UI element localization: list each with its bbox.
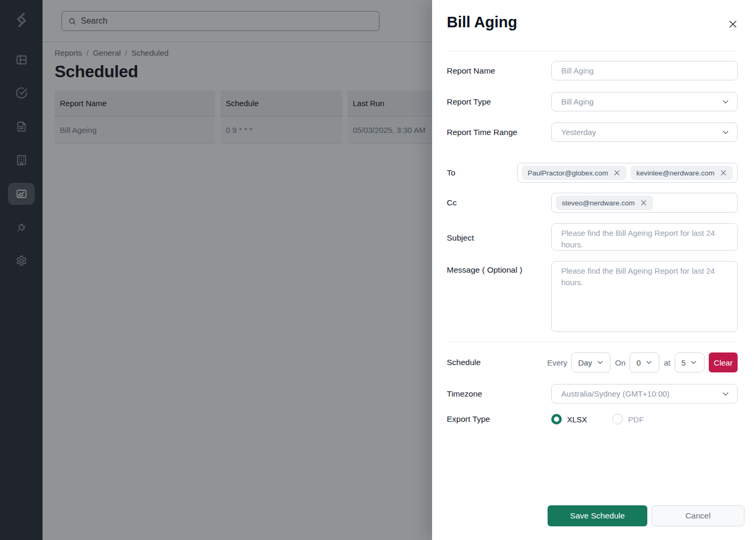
chevron-down-icon (596, 358, 604, 367)
chevron-down-icon (721, 97, 730, 107)
export-type-label: Export Type (447, 414, 551, 424)
remove-recipient-icon[interactable] (613, 169, 621, 176)
message-input[interactable]: Please find the Bill Ageing Report for l… (551, 261, 738, 332)
message-label: Message ( Optional ) (447, 261, 551, 334)
report-time-range-select[interactable]: Yesterday (551, 122, 738, 142)
schedule-frequency-select[interactable]: Day (571, 352, 611, 372)
schedule-on-label: On (615, 358, 625, 367)
close-icon[interactable] (728, 19, 738, 29)
remove-recipient-icon[interactable] (640, 199, 647, 206)
radio-unselected-icon (612, 414, 623, 424)
to-label: To (447, 163, 517, 183)
recipient-chip: kevinlee@nerdware.com (631, 165, 733, 180)
cc-label: Cc (447, 193, 551, 213)
report-name-input[interactable] (551, 61, 738, 80)
to-recipients-input[interactable]: PaulPractor@globex.com kevinlee@nerdware… (517, 163, 738, 183)
schedule-hour-select[interactable]: 5 (675, 352, 705, 372)
cc-recipients-input[interactable]: steveo@nerdware.com (551, 193, 738, 213)
chevron-down-icon (645, 358, 653, 367)
schedule-every-label: Every (547, 358, 567, 367)
export-type-pdf-radio[interactable]: PDF (612, 414, 644, 424)
schedule-label: Schedule (447, 352, 547, 372)
bill-aging-drawer: Bill Aging Report Name Report Type Bill … (432, 0, 756, 540)
clear-schedule-button[interactable]: Clear (709, 352, 738, 372)
divider (447, 51, 738, 51)
subject-label: Subject (447, 223, 551, 253)
save-schedule-button[interactable]: Save Schedule (548, 505, 647, 526)
cancel-button[interactable]: Cancel (652, 505, 744, 526)
remove-recipient-icon[interactable] (720, 169, 727, 176)
chevron-down-icon (721, 389, 730, 399)
report-name-label: Report Name (447, 61, 551, 80)
report-time-range-label: Report Time Range (447, 122, 551, 142)
schedule-minute-select[interactable]: 0 (629, 352, 659, 372)
subject-input[interactable]: Please find the Bill Ageing Report for l… (551, 223, 738, 251)
radio-selected-icon (551, 414, 562, 424)
chevron-down-icon (689, 358, 698, 367)
export-type-xlsx-radio[interactable]: XLSX (551, 414, 587, 424)
recipient-chip: PaulPractor@globex.com (522, 165, 626, 180)
timezone-label: Timezone (447, 384, 551, 403)
chevron-down-icon (721, 128, 730, 137)
timezone-select[interactable]: Australia/Sydney (GMT+10:00) (551, 384, 738, 403)
recipient-chip: steveo@nerdware.com (556, 195, 653, 210)
report-type-select[interactable]: Bill Aging (551, 92, 738, 111)
drawer-title: Bill Aging (447, 14, 517, 31)
report-type-label: Report Type (447, 92, 551, 111)
divider (447, 341, 738, 342)
schedule-at-label: at (664, 358, 670, 367)
